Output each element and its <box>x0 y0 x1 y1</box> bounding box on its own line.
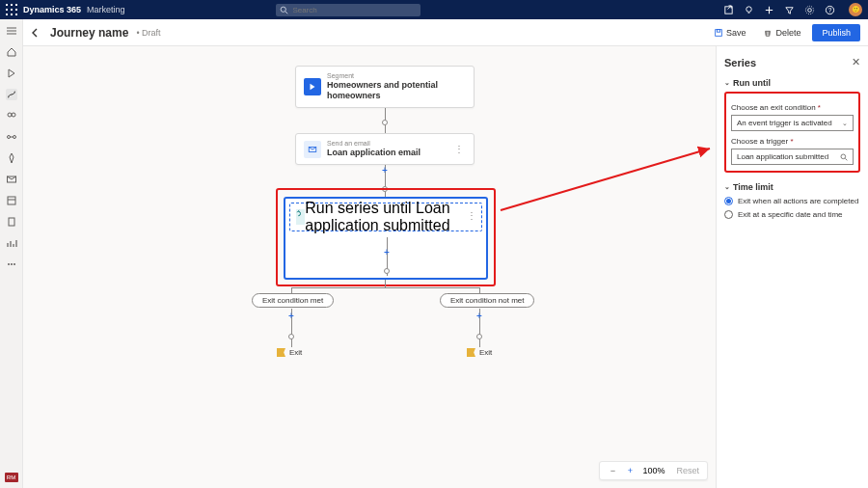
section-label: Time limit <box>733 182 773 192</box>
add-step-button[interactable]: + <box>286 311 296 320</box>
nav-template-icon[interactable] <box>6 195 17 206</box>
global-search[interactable] <box>276 4 420 16</box>
add-step-button[interactable]: + <box>382 247 392 257</box>
save-label: Save <box>726 28 746 38</box>
close-icon[interactable]: ✕ <box>852 56 860 68</box>
plus-icon[interactable] <box>764 5 774 15</box>
page-title: Journey name <box>50 26 128 40</box>
svg-point-18 <box>8 113 12 117</box>
nav-home-icon[interactable] <box>6 46 17 58</box>
add-step-button[interactable]: + <box>475 311 484 320</box>
share-icon[interactable] <box>723 5 734 15</box>
search-input[interactable] <box>292 6 417 14</box>
properties-panel: Series ✕ ⌄ Run until Choose an exit cond… <box>716 46 868 488</box>
node-title: Loan application email <box>327 148 420 158</box>
settings-icon[interactable] <box>804 5 815 15</box>
segment-node[interactable]: Segment Homeowners and potential homeown… <box>295 66 475 108</box>
svg-point-14 <box>808 8 812 12</box>
svg-rect-3 <box>6 9 8 11</box>
exit-left: Exit <box>277 348 302 357</box>
command-bar: Save Delete Publish <box>708 24 860 41</box>
email-node[interactable]: Send an email Loan application email ⋮ <box>295 133 475 165</box>
node-subtitle: Segment <box>327 72 466 80</box>
filter-icon[interactable] <box>784 5 795 15</box>
exit-notmet-pill[interactable]: Exit condition not met <box>440 293 534 308</box>
node-more-icon[interactable]: ⋮ <box>467 210 476 221</box>
zoom-in-button[interactable]: + <box>625 466 635 475</box>
radio-icon <box>724 210 733 219</box>
section-time-limit[interactable]: ⌄ Time limit <box>724 182 860 192</box>
section-run-until[interactable]: ⌄ Run until <box>724 78 860 88</box>
segment-icon <box>304 78 321 95</box>
nav-segment-icon[interactable] <box>6 110 17 122</box>
journey-canvas[interactable]: + + Segment Homeowners and potential hom… <box>23 46 716 488</box>
exit-label: Exit <box>289 348 302 357</box>
svg-point-27 <box>8 263 10 265</box>
help-icon[interactable]: ? <box>825 5 835 15</box>
zoom-reset-button[interactable]: Reset <box>676 466 699 475</box>
nav-connect-icon[interactable] <box>6 131 17 143</box>
nav-page-icon[interactable] <box>6 216 17 228</box>
panel-title: Series <box>724 57 756 68</box>
delete-button[interactable]: Delete <box>757 25 806 41</box>
svg-line-10 <box>285 12 287 14</box>
svg-rect-4 <box>11 9 13 11</box>
brand-label: Dynamics 365 <box>23 5 81 14</box>
svg-rect-0 <box>6 4 8 6</box>
nav-mail-icon[interactable] <box>6 174 17 185</box>
back-button[interactable] <box>27 25 42 41</box>
nav-chart-icon[interactable] <box>6 237 17 249</box>
annotation-highlight: Choose an exit condition * An event trig… <box>724 92 860 173</box>
add-step-button[interactable]: + <box>380 165 390 175</box>
nav-play-icon[interactable] <box>6 68 17 79</box>
app-launcher-icon[interactable] <box>6 4 17 15</box>
search-icon <box>280 6 288 14</box>
exit-condition-label: Choose an exit condition * <box>731 103 854 112</box>
connector-dot <box>476 334 482 339</box>
node-more-icon[interactable]: ⋮ <box>452 144 466 154</box>
exit-condition-select[interactable]: An event trigger is activated ⌄ <box>731 115 854 131</box>
radio-label: Exit when all actions are completed <box>738 197 858 205</box>
trash-icon <box>763 28 773 38</box>
search-icon <box>840 153 848 161</box>
svg-rect-5 <box>15 9 17 11</box>
radio-icon <box>724 197 733 205</box>
svg-rect-1 <box>11 4 13 6</box>
timelimit-opt-all-actions[interactable]: Exit when all actions are completed <box>724 197 860 205</box>
connector-dot <box>288 334 294 339</box>
series-icon <box>296 209 305 225</box>
email-icon <box>304 141 321 158</box>
trigger-label: Choose a trigger * <box>731 137 854 146</box>
svg-point-19 <box>12 113 15 117</box>
svg-line-33 <box>501 149 710 210</box>
save-button[interactable]: Save <box>708 25 752 41</box>
timelimit-opt-specific-date[interactable]: Exit at a specific date and time <box>724 210 860 219</box>
chevron-down-icon: ⌄ <box>724 79 730 87</box>
user-avatar[interactable]: 🙂 <box>849 3 862 16</box>
nav-more-icon[interactable] <box>6 258 17 270</box>
node-subtitle: Run series until <box>305 200 411 216</box>
trigger-lookup[interactable]: Loan application submitted <box>731 149 854 165</box>
chevron-down-icon: ⌄ <box>842 120 848 127</box>
nav-pin-icon[interactable] <box>6 152 17 164</box>
exit-label: Exit <box>479 348 492 357</box>
publish-button[interactable]: Publish <box>812 24 860 41</box>
svg-rect-30 <box>716 29 722 36</box>
nav-journey-icon[interactable] <box>6 89 17 100</box>
chevron-down-icon: ⌄ <box>724 183 730 191</box>
shell-actions: ? 🙂 <box>723 3 862 16</box>
svg-point-15 <box>805 6 813 14</box>
series-node[interactable]: Run series until Loan application submit… <box>284 197 488 280</box>
svg-text:?: ? <box>828 6 832 13</box>
node-subtitle: Send an email <box>327 140 420 148</box>
svg-point-12 <box>746 6 752 12</box>
radio-label: Exit at a specific date and time <box>738 210 843 219</box>
exit-met-pill[interactable]: Exit condition met <box>252 293 334 308</box>
lightbulb-icon[interactable] <box>744 5 754 15</box>
rail-badge[interactable]: RM <box>5 473 18 482</box>
zoom-out-button[interactable]: − <box>608 466 617 475</box>
svg-rect-24 <box>8 197 15 204</box>
nav-menu-icon[interactable] <box>6 25 17 37</box>
page-status: • Draft <box>136 28 160 38</box>
exit-right: Exit <box>467 348 492 357</box>
